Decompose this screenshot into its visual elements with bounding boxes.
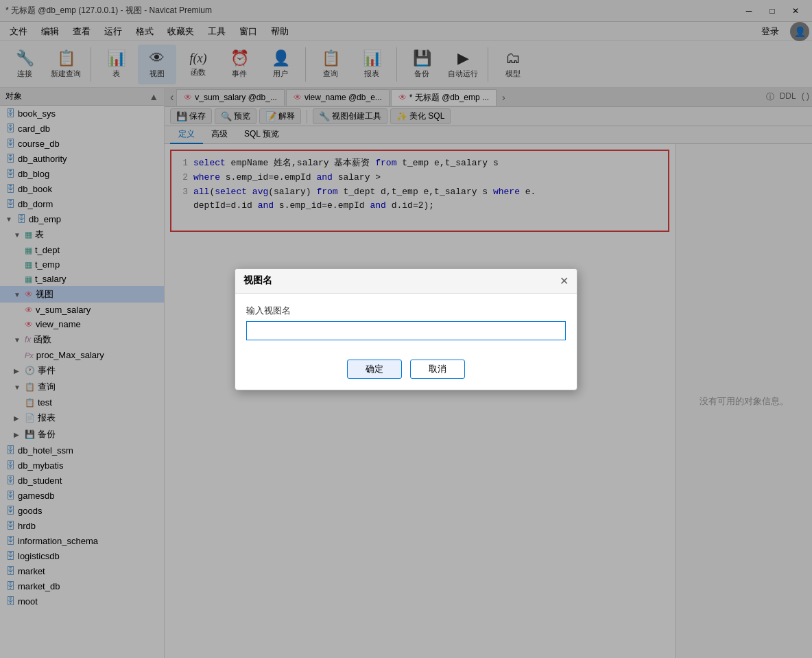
modal-title-bar: 视图名 ✕ bbox=[235, 269, 577, 294]
modal-cancel-button[interactable]: 取消 bbox=[410, 360, 465, 379]
modal-input-label: 输入视图名 bbox=[246, 305, 566, 317]
modal-dialog: 视图名 ✕ 输入视图名 确定 取消 bbox=[235, 268, 577, 390]
modal-footer: 确定 取消 bbox=[235, 351, 577, 390]
modal-close-button[interactable]: ✕ bbox=[560, 274, 569, 287]
modal-title: 视图名 bbox=[243, 274, 272, 287]
modal-confirm-button[interactable]: 确定 bbox=[347, 360, 402, 379]
modal-overlay: 视图名 ✕ 输入视图名 确定 取消 bbox=[0, 0, 812, 658]
modal-body: 输入视图名 bbox=[235, 294, 577, 351]
view-name-input[interactable] bbox=[246, 321, 566, 340]
